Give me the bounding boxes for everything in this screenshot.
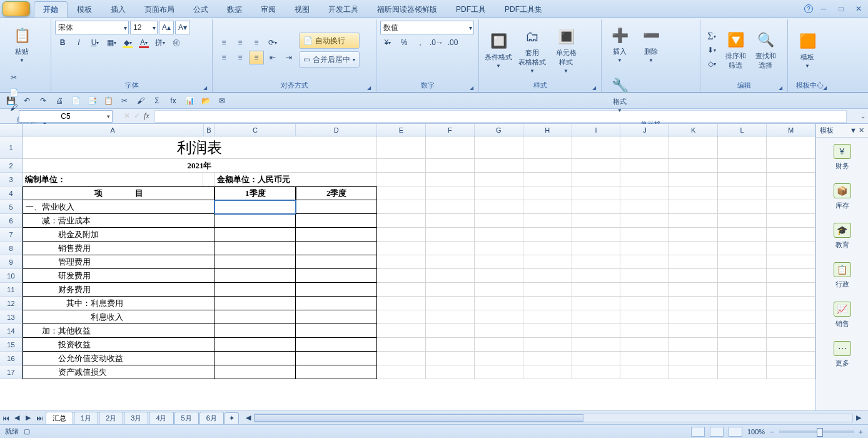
clear-icon[interactable]: ◇▾ — [704, 57, 719, 71]
cell[interactable] — [767, 365, 815, 379]
name-box[interactable]: C5 — [19, 110, 113, 123]
cell[interactable] — [572, 255, 621, 269]
cell[interactable] — [620, 338, 669, 352]
cell[interactable] — [377, 283, 426, 297]
qat-brush-icon[interactable]: 🖌 — [134, 94, 148, 107]
cell[interactable] — [475, 283, 523, 297]
qat-print-icon[interactable]: 🖨 — [53, 94, 66, 107]
cell[interactable] — [523, 200, 572, 214]
qat-fx-icon[interactable]: fx — [166, 94, 180, 107]
cell[interactable] — [214, 297, 296, 310]
cell[interactable] — [767, 214, 815, 228]
cell[interactable] — [475, 255, 523, 269]
ribbon-tab[interactable]: 插入 — [101, 1, 135, 18]
cell[interactable]: 财务费用 — [23, 283, 215, 297]
cell[interactable] — [214, 242, 296, 255]
macro-record-icon[interactable]: ▢ — [24, 427, 30, 435]
row-header[interactable]: 5 — [0, 200, 23, 214]
cell[interactable] — [426, 352, 475, 365]
cell[interactable] — [572, 352, 621, 365]
cell[interactable] — [475, 352, 523, 365]
cell[interactable] — [767, 200, 815, 214]
cell[interactable] — [620, 159, 669, 173]
row-header[interactable]: 12 — [0, 297, 23, 310]
cell[interactable]: 1季度 — [214, 186, 296, 200]
cell[interactable] — [296, 338, 377, 352]
cell[interactable] — [718, 310, 767, 324]
increase-font-icon[interactable]: A▴ — [159, 21, 174, 34]
side-panel-item[interactable]: ⋯更多 — [816, 335, 868, 374]
cell[interactable] — [523, 173, 572, 186]
insert-cells-button[interactable]: ➕插入▼ — [605, 21, 634, 68]
ribbon-tab[interactable]: 福昕阅读器领鲜版 — [368, 1, 447, 18]
cell[interactable] — [214, 228, 296, 242]
cell[interactable] — [475, 324, 523, 338]
cell[interactable] — [572, 269, 621, 283]
cell[interactable] — [475, 214, 523, 228]
font-color-icon[interactable]: A▾ — [136, 36, 151, 49]
align-center-icon[interactable]: ≡ — [233, 51, 248, 64]
cell[interactable] — [426, 200, 475, 214]
column-header[interactable]: J — [620, 124, 669, 136]
cell[interactable] — [669, 269, 718, 283]
cell[interactable] — [475, 338, 523, 352]
cell[interactable] — [620, 297, 669, 310]
cell[interactable] — [426, 255, 475, 269]
ribbon-tab[interactable]: 开发工具 — [319, 1, 368, 18]
percent-icon[interactable]: % — [396, 36, 411, 49]
cell[interactable] — [377, 255, 426, 269]
sheet-tab[interactable]: 1月 — [74, 412, 98, 424]
cancel-formula-icon[interactable]: ✕ — [124, 111, 130, 121]
column-header[interactable]: L — [718, 124, 767, 136]
cell[interactable] — [572, 283, 621, 297]
zoom-out-icon[interactable]: − — [770, 428, 774, 435]
cell[interactable] — [377, 159, 426, 173]
zoom-in-icon[interactable]: + — [859, 428, 863, 435]
row-header[interactable]: 17 — [0, 365, 23, 379]
cell[interactable] — [475, 159, 523, 173]
table-format-button[interactable]: 🗂套用 表格格式▼ — [517, 26, 548, 74]
cell[interactable] — [523, 242, 572, 255]
cell[interactable] — [767, 269, 815, 283]
cell[interactable]: 投资收益 — [23, 338, 215, 352]
cell[interactable] — [377, 136, 426, 159]
cell[interactable] — [426, 159, 475, 173]
cell[interactable]: 资产减值损失 — [23, 365, 215, 379]
cell[interactable] — [718, 159, 767, 173]
fill-icon[interactable]: ⬇▾ — [704, 43, 719, 57]
cell[interactable] — [767, 242, 815, 255]
cell[interactable] — [377, 173, 426, 186]
cell[interactable] — [523, 352, 572, 365]
ribbon-tab[interactable]: 开始 — [34, 1, 68, 18]
copy-icon[interactable]: 📄 — [6, 86, 21, 99]
sheet-nav-next-icon[interactable]: ▶ — [23, 414, 34, 422]
cell[interactable] — [426, 228, 475, 242]
cell[interactable] — [572, 310, 621, 324]
align-top-icon[interactable]: ≡ — [216, 36, 231, 49]
cell[interactable] — [767, 324, 815, 338]
qat-sigma-icon[interactable]: Σ — [150, 94, 164, 107]
cell[interactable] — [669, 283, 718, 297]
cell[interactable] — [669, 338, 718, 352]
row-header[interactable]: 4 — [0, 186, 23, 200]
cell[interactable]: 金额单位：人民币元 — [214, 173, 377, 186]
column-header[interactable]: K — [669, 124, 718, 136]
zoom-slider[interactable] — [779, 430, 854, 433]
cell[interactable] — [377, 324, 426, 338]
cell[interactable] — [718, 136, 767, 159]
cell[interactable] — [767, 255, 815, 269]
phonetic-icon[interactable]: 拼▾ — [153, 36, 168, 49]
formula-input[interactable] — [154, 110, 847, 123]
cell[interactable] — [296, 297, 377, 310]
side-panel-item[interactable]: ¥财务 — [816, 138, 868, 177]
cell[interactable] — [214, 338, 296, 352]
font-name-select[interactable]: 宋体 — [55, 21, 129, 34]
cell[interactable] — [377, 228, 426, 242]
qat-copy-icon[interactable]: 📑 — [85, 94, 99, 107]
cell[interactable] — [718, 228, 767, 242]
cell[interactable] — [523, 365, 572, 379]
cell[interactable] — [296, 214, 377, 228]
cell[interactable] — [669, 352, 718, 365]
new-sheet-icon[interactable]: ✦ — [225, 412, 239, 424]
cell[interactable] — [214, 269, 296, 283]
